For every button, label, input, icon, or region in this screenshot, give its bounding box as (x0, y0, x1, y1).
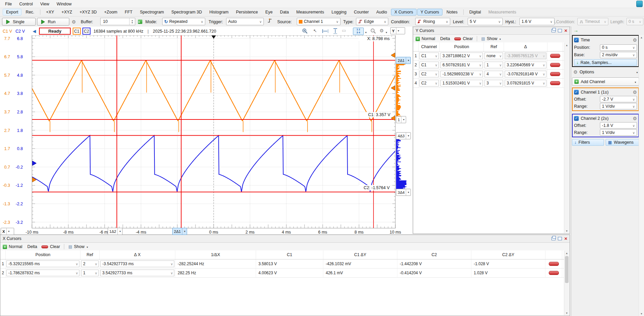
add-channel-button[interactable]: Add Channel (572, 77, 639, 86)
close-icon[interactable] (564, 237, 567, 241)
y-cursor-combo-2-1[interactable]: 2Δ1 (396, 57, 411, 64)
buffer-spinner[interactable]: 10 (100, 18, 135, 25)
level-select[interactable]: 5 V (468, 18, 503, 25)
tab-xy[interactable]: +XY (43, 9, 58, 15)
channel-select[interactable]: C1 (419, 52, 439, 59)
delta-select[interactable]: 3.220640569 V (505, 62, 546, 68)
remove-cursor-button[interactable] (550, 63, 560, 67)
time-base-select[interactable]: 2 ms/div (600, 52, 637, 58)
x-axis-mode-select[interactable]: X (1, 228, 14, 235)
remove-cursor-button[interactable] (550, 72, 560, 76)
delta-select[interactable]: 3.078291815 V (505, 80, 546, 86)
remove-cursor-button[interactable] (550, 54, 560, 58)
channel2-badge[interactable]: C2 (82, 28, 91, 35)
tab-zoom[interactable]: +Zoom (101, 9, 121, 15)
maximize-icon[interactable] (558, 29, 562, 32)
show-menu-button[interactable]: Show (68, 244, 88, 249)
clear-cursors-button[interactable]: Clear (41, 244, 60, 249)
tab-x-cursors[interactable]: X Cursors (391, 9, 417, 15)
remove-cursor-button[interactable] (549, 262, 559, 266)
dropdown-arrow-icon[interactable] (406, 189, 410, 196)
tab-eye[interactable]: Eye (262, 9, 276, 15)
position-select[interactable]: -1.786287832 ms (6, 270, 79, 276)
ref-select[interactable]: 3 (485, 80, 503, 86)
channel1-range-select[interactable]: 1 V/div (600, 103, 637, 109)
position-select[interactable]: 1.515302491 V (440, 80, 483, 86)
fit-horizontal-icon[interactable] (322, 29, 329, 34)
tab-export[interactable]: Export (3, 9, 22, 15)
add-delta-cursor-button[interactable]: Delta (440, 36, 450, 41)
dropdown-arrow-icon[interactable] (396, 28, 401, 34)
show-menu-button[interactable]: Show (481, 36, 501, 41)
tab-xyz[interactable]: +XYZ (58, 9, 76, 15)
scroll-down-icon[interactable]: ▼ (564, 229, 569, 233)
history-back-icon[interactable] (33, 29, 36, 34)
remove-cursor-button[interactable] (550, 81, 560, 85)
tab-rec[interactable]: Rec. (22, 9, 38, 15)
position-select[interactable]: 3.287188612 V (440, 52, 483, 59)
channel1-offset-select[interactable]: -2.7 V (600, 96, 637, 102)
x-cursor-combo-2-1[interactable]: 2Δ1 (172, 228, 187, 235)
y-cursor-combo-3-4[interactable]: 3Δ4 (396, 189, 411, 196)
channel2-offset-select[interactable]: -1.8 V (600, 122, 637, 129)
scope-plot[interactable]: 7.76.75.74.73.72.71.70.7-0.3-1.3-2.36.85… (0, 35, 412, 234)
type-select[interactable]: Edge (356, 18, 388, 25)
add-mode-icon[interactable] (138, 20, 142, 24)
delta-select[interactable]: -3.0782918149 V (505, 71, 546, 77)
dropdown-arrow-icon[interactable] (401, 116, 406, 123)
maximize-icon[interactable] (558, 237, 562, 240)
scroll-down-icon[interactable]: ▼ (564, 311, 569, 315)
menu-view[interactable]: View (36, 1, 53, 7)
y-cursor-combo-4-3[interactable]: 4Δ3 (396, 132, 411, 139)
channel-select[interactable]: C1 (419, 62, 439, 68)
trigger-select[interactable]: Auto (226, 18, 264, 25)
tab-counter[interactable]: Counter (351, 9, 372, 15)
tab-logging[interactable]: Logging (328, 9, 350, 15)
restore-icon[interactable] (551, 237, 556, 240)
clear-cursors-button[interactable]: Clear (454, 36, 473, 41)
wavegens-button[interactable]: Wavegens (606, 139, 639, 146)
tab-data[interactable]: Data (277, 9, 292, 15)
position-select[interactable]: -1.5629893238 V (440, 71, 483, 77)
dropdown-arrow-icon[interactable] (406, 133, 410, 139)
rate-samples-button[interactable]: Rate, Samples... (574, 59, 637, 66)
tab-measurements[interactable]: Measurements (293, 9, 328, 15)
zoom-tool-icon[interactable] (370, 28, 377, 34)
buffer-gear-icon[interactable] (72, 18, 76, 26)
scroll-down-icon[interactable]: ▼ (639, 311, 644, 316)
remove-cursor-button[interactable] (549, 271, 559, 275)
dropdown-arrow-icon[interactable] (182, 228, 187, 235)
x-cursors-titlebar[interactable]: X Cursors (0, 235, 570, 243)
ref-select[interactable]: 1 (81, 270, 99, 276)
x-cursors-scrollbar[interactable]: ▲ ▼ (564, 251, 569, 315)
y-axis-mode-select[interactable]: Y (390, 27, 405, 34)
dx-select[interactable]: -3.542927733 ms (100, 260, 174, 267)
dropdown-arrow-icon[interactable] (406, 57, 410, 64)
chevron-down-icon[interactable] (385, 30, 388, 34)
add-normal-cursor-button[interactable]: Normal (416, 36, 435, 41)
tab-notes[interactable]: Notes (443, 9, 461, 15)
single-button[interactable]: Single (2, 18, 36, 26)
channel2-checkbox[interactable] (574, 116, 579, 121)
fit-vertical-icon[interactable] (333, 28, 338, 34)
source-select[interactable]: Channel 1 (297, 18, 341, 25)
ref-select[interactable]: none (485, 52, 503, 59)
tab-fft[interactable]: FFT (121, 9, 136, 15)
pointer-select-icon[interactable] (313, 28, 317, 33)
add-normal-cursor-button[interactable]: Normal (3, 244, 22, 249)
dropdown-arrow-icon[interactable] (6, 228, 11, 235)
tab-spectrogram-3d[interactable]: Spectrogram 3D (168, 9, 205, 15)
hysteresis-select[interactable]: 1.6 V (520, 18, 554, 25)
time-checkbox[interactable] (574, 38, 579, 42)
sidebar-scrollbar[interactable]: ▲ ▼ (639, 35, 644, 316)
ref-select[interactable]: 1 (485, 62, 503, 68)
zoom-in-icon[interactable] (302, 28, 308, 34)
menu-file[interactable]: File (1, 1, 15, 7)
scroll-up-icon[interactable]: ▲ (564, 251, 569, 255)
y-cursor-combo-1[interactable]: 1 (396, 116, 406, 123)
filters-button[interactable]: Filters (572, 139, 604, 146)
options-row[interactable]: Options (573, 68, 638, 76)
menu-window[interactable]: Window (53, 1, 75, 7)
tab-audio[interactable]: Audio (373, 9, 390, 15)
tab-y-cursors[interactable]: Y Cursors (417, 9, 442, 15)
